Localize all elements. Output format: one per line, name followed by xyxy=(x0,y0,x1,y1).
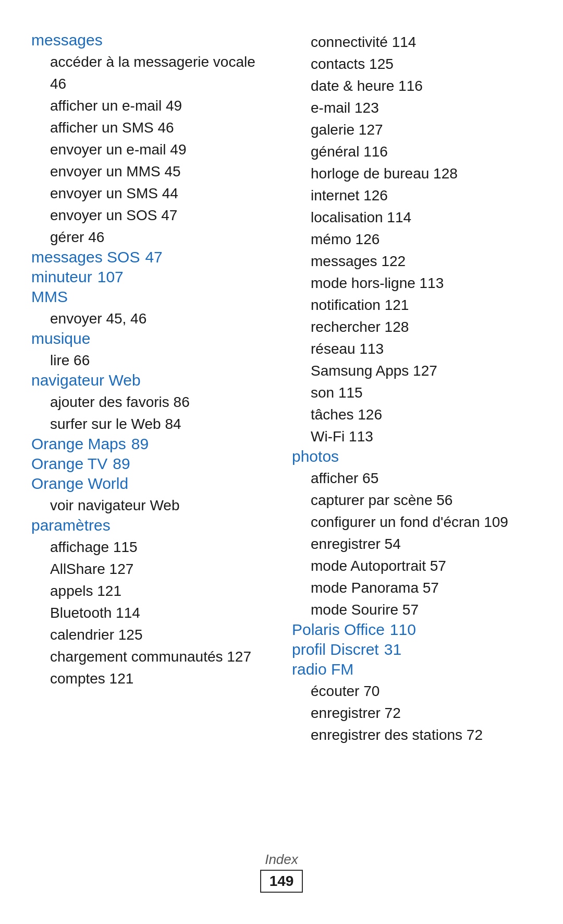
index-header: minuteur107 xyxy=(31,268,271,286)
entry-header-text: profil Discret31 xyxy=(292,641,401,658)
sub-entry: lire 66 xyxy=(31,350,271,371)
entry-header-text: messages xyxy=(31,31,103,49)
sub-entry: Wi-Fi 113 xyxy=(292,426,532,448)
entry-header-text: MMS xyxy=(31,288,68,305)
sub-entry: mode Panorama 57 xyxy=(292,577,532,599)
index-header: Orange TV89 xyxy=(31,455,271,473)
sub-entry: envoyer un SOS 47 xyxy=(31,205,271,226)
sub-entry: mode Autoportrait 57 xyxy=(292,555,532,577)
sub-entry: connectivité 114 xyxy=(292,31,532,53)
entry-header-text: Orange TV89 xyxy=(31,455,130,472)
index-header: Orange Maps89 xyxy=(31,435,271,453)
sub-entry: enregistrer 54 xyxy=(292,533,532,555)
sub-entry: écouter 70 xyxy=(292,680,532,702)
index-header: profil Discret31 xyxy=(292,641,532,658)
index-header: musique xyxy=(31,330,271,347)
sub-entry: galerie 127 xyxy=(292,119,532,141)
entry-header-text: navigateur Web xyxy=(31,371,141,389)
sub-entry: enregistrer 72 xyxy=(292,702,532,724)
entry-page-num: 47 xyxy=(145,248,162,266)
entry-header-text: radio FM xyxy=(292,661,353,678)
sub-entry: afficher un SMS 46 xyxy=(31,117,271,139)
sub-entry: appels 121 xyxy=(31,580,271,602)
right-column: connectivité 114contacts 125date & heure… xyxy=(292,31,532,746)
entry-page-num: 89 xyxy=(113,455,130,472)
entry-header-text: Orange Maps89 xyxy=(31,435,149,452)
entry-header-text: paramètres xyxy=(31,517,111,534)
index-header: messages SOS47 xyxy=(31,248,271,266)
sub-entry: internet 126 xyxy=(292,185,532,207)
index-header: navigateur Web xyxy=(31,371,271,389)
sub-entry: tâches 126 xyxy=(292,404,532,426)
sub-entry: notification 121 xyxy=(292,294,532,316)
sub-entry: enregistrer des stations 72 xyxy=(292,724,532,746)
left-column: messagesaccéder à la messagerie vocale 4… xyxy=(31,31,271,746)
sub-entry: envoyer un e-mail 49 xyxy=(31,139,271,161)
sub-entry: affichage 115 xyxy=(31,536,271,558)
sub-entry: son 115 xyxy=(292,382,532,404)
sub-entry: configurer un fond d'écran 109 xyxy=(292,511,532,533)
entry-page-num: 31 xyxy=(384,641,401,658)
entry-page-num: 110 xyxy=(390,621,416,638)
sub-entry: comptes 121 xyxy=(31,668,271,690)
sub-entry: horloge de bureau 128 xyxy=(292,163,532,185)
sub-entry: afficher un e-mail 49 xyxy=(31,95,271,117)
sub-entry: voir navigateur Web xyxy=(31,495,271,517)
entry-header-text: Polaris Office110 xyxy=(292,621,416,638)
entry-header-text: Orange World xyxy=(31,475,128,492)
index-header: messages xyxy=(31,31,271,49)
sub-entry: ajouter des favoris 86 xyxy=(31,391,271,413)
index-header: photos xyxy=(292,448,532,465)
sub-entry: mode Sourire 57 xyxy=(292,599,532,621)
index-header: Polaris Office110 xyxy=(292,621,532,639)
sub-entry: capturer par scène 56 xyxy=(292,489,532,511)
sub-entry: localisation 114 xyxy=(292,207,532,229)
sub-entry: gérer 46 xyxy=(31,226,271,248)
index-header: Orange World xyxy=(31,475,271,493)
sub-entry: envoyer un SMS 44 xyxy=(31,183,271,205)
entry-page-num: 89 xyxy=(131,435,149,452)
index-header: radio FM xyxy=(292,661,532,678)
sub-entry: accéder à la messagerie vocale 46 xyxy=(31,51,271,95)
sub-entry: calendrier 125 xyxy=(31,624,271,646)
entry-page-num: 107 xyxy=(97,268,124,285)
footer-page-number: 149 xyxy=(260,870,303,893)
sub-entry: mode hors-ligne 113 xyxy=(292,272,532,294)
sub-entry: envoyer un MMS 45 xyxy=(31,161,271,183)
sub-entry: contacts 125 xyxy=(292,53,532,75)
sub-entry: mémo 126 xyxy=(292,229,532,250)
sub-entry: surfer sur le Web 84 xyxy=(31,413,271,435)
index-header: MMS xyxy=(31,288,271,306)
index-header: paramètres xyxy=(31,517,271,534)
entry-header-text: minuteur107 xyxy=(31,268,124,285)
sub-entry: afficher 65 xyxy=(292,467,532,489)
sub-entry: Bluetooth 114 xyxy=(31,602,271,624)
sub-entry: réseau 113 xyxy=(292,338,532,360)
entry-header-text: photos xyxy=(292,448,339,465)
sub-entry: date & heure 116 xyxy=(292,75,532,97)
sub-entry: général 116 xyxy=(292,141,532,163)
page-footer: Index 149 xyxy=(0,851,563,893)
sub-entry: messages 122 xyxy=(292,250,532,272)
entry-header-text: messages SOS47 xyxy=(31,248,163,266)
sub-entry: e-mail 123 xyxy=(292,97,532,119)
sub-entry: AllShare 127 xyxy=(31,558,271,580)
sub-entry: envoyer 45, 46 xyxy=(31,308,271,330)
footer-index-label: Index xyxy=(0,851,563,868)
sub-entry: chargement communautés 127 xyxy=(31,646,271,668)
entry-header-text: musique xyxy=(31,330,90,347)
sub-entry: Samsung Apps 127 xyxy=(292,360,532,382)
sub-entry: rechercher 128 xyxy=(292,316,532,338)
